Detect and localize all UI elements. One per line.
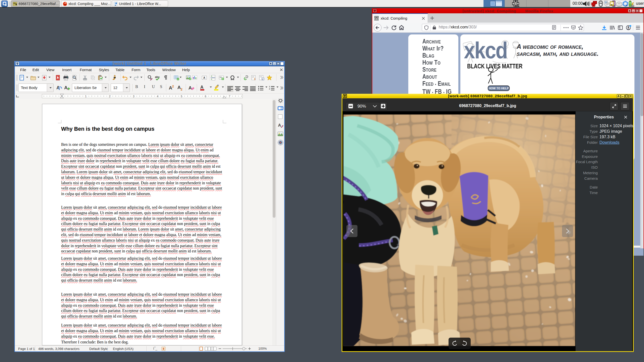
svg-text:1: 1: [269, 85, 270, 88]
svg-text:A: A: [200, 85, 204, 90]
svg-text:1: 1: [85, 95, 87, 98]
svg-text:2: 2: [181, 87, 182, 91]
svg-text:A: A: [278, 123, 281, 128]
svg-text:2: 2: [172, 84, 174, 88]
svg-text:A: A: [177, 85, 181, 90]
svg-text:1: 1: [254, 78, 256, 80]
svg-text:A: A: [188, 85, 192, 90]
svg-text:3: 3: [133, 95, 134, 98]
svg-text:4: 4: [157, 95, 158, 98]
svg-text:2: 2: [109, 95, 110, 98]
svg-text:7: 7: [229, 95, 230, 98]
svg-text:2: 2: [269, 88, 270, 90]
svg-text:5: 5: [181, 95, 182, 98]
svg-text:A: A: [169, 85, 172, 90]
svg-text:A: A: [203, 76, 205, 79]
svg-text:6: 6: [205, 95, 206, 98]
